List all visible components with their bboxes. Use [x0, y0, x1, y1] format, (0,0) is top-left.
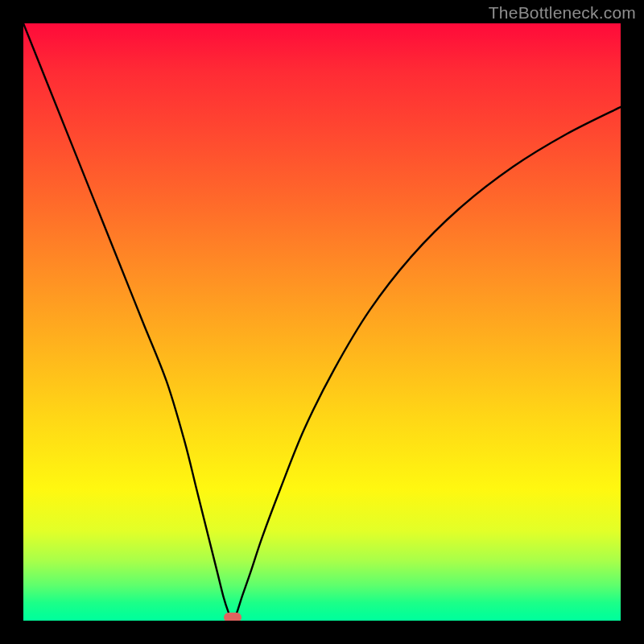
chart-frame: TheBottleneck.com: [0, 0, 644, 644]
optimal-point-marker: [224, 613, 242, 621]
bottleneck-curve: [23, 23, 621, 621]
plot-area: [23, 23, 621, 621]
watermark-text: TheBottleneck.com: [489, 3, 636, 23]
